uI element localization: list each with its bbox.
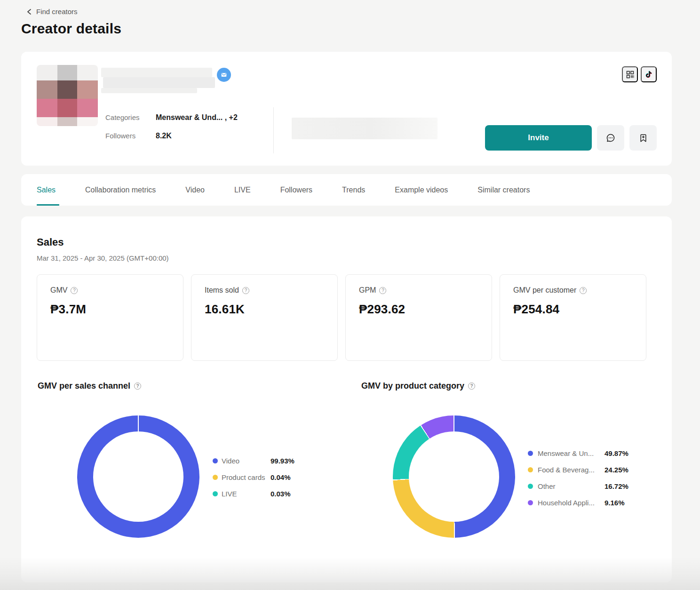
tab-similar-creators[interactable]: Similar creators bbox=[477, 186, 530, 194]
donut-hole bbox=[93, 431, 183, 522]
metric-card-gmv-per-customer: GMV per customer ₱254.84 bbox=[500, 274, 646, 361]
metric-card-items-sold: Items sold 16.61K bbox=[191, 274, 338, 361]
legend-label-product-cards: Product cards bbox=[222, 473, 270, 481]
tab-video[interactable]: Video bbox=[185, 186, 205, 194]
breadcrumb-back-link[interactable]: Find creators bbox=[36, 8, 78, 16]
sales-panel: Sales Mar 31, 2025 - Apr 30, 2025 (GMT+0… bbox=[21, 216, 672, 582]
sales-channel-chart-title: GMV per sales channel bbox=[38, 381, 130, 391]
legend-label-food-beverage: Food & Beverag... bbox=[538, 466, 605, 474]
categories-label: Categories bbox=[105, 113, 156, 122]
legend-label-menswear: Menswear & Un... bbox=[538, 449, 605, 457]
bookmark-plus-icon bbox=[638, 133, 648, 143]
categories-value: Menswear & Und... , +2 bbox=[156, 113, 238, 122]
product-category-help-icon[interactable] bbox=[468, 383, 475, 390]
legend-dot-food-beverage bbox=[528, 467, 533, 472]
save-creator-button[interactable] bbox=[629, 125, 657, 151]
legend-value-food-beverage: 24.25% bbox=[605, 466, 628, 474]
gmv-per-customer-label: GMV per customer bbox=[513, 286, 576, 295]
items-sold-value: 16.61K bbox=[205, 302, 324, 317]
legend-item: Household Appli... 9.16% bbox=[528, 494, 628, 511]
legend-dot-product-cards bbox=[213, 475, 218, 480]
legend-item: Product cards 0.04% bbox=[213, 469, 294, 486]
legend-value-video: 99.93% bbox=[270, 457, 294, 465]
tiktok-profile-button[interactable] bbox=[641, 66, 657, 82]
page-title: Creator details bbox=[21, 21, 121, 37]
avatar bbox=[37, 65, 98, 126]
tab-collaboration-metrics[interactable]: Collaboration metrics bbox=[85, 186, 156, 194]
donut-hole bbox=[409, 431, 499, 522]
email-badge-icon[interactable] bbox=[217, 68, 231, 82]
legend-item: LIVE 0.03% bbox=[213, 486, 294, 502]
items-sold-help-icon[interactable] bbox=[242, 287, 249, 294]
date-range: Mar 31, 2025 - Apr 30, 2025 (GMT+00:00) bbox=[37, 254, 169, 262]
chat-bubble-icon bbox=[605, 133, 616, 143]
legend-label-household-appliances: Household Appli... bbox=[538, 499, 605, 507]
legend-dot-live bbox=[213, 491, 218, 496]
followers-value: 8.2K bbox=[156, 132, 172, 140]
legend-label-other: Other bbox=[538, 482, 605, 490]
tiktok-icon bbox=[644, 70, 653, 79]
legend-item: Other 16.72% bbox=[528, 478, 628, 494]
product-category-donut-chart[interactable] bbox=[393, 415, 515, 538]
metric-cards-row: GMV ₱3.7M Items sold 16.61K GPM ₱293.62 … bbox=[37, 274, 646, 361]
tab-trends[interactable]: Trends bbox=[342, 186, 365, 194]
tab-example-videos[interactable]: Example videos bbox=[395, 186, 448, 194]
gmv-per-customer-help-icon[interactable] bbox=[580, 287, 587, 294]
gpm-value: ₱293.62 bbox=[359, 302, 478, 317]
legend-value-household-appliances: 9.16% bbox=[605, 499, 625, 507]
legend-value-menswear: 49.87% bbox=[605, 449, 628, 457]
tab-live[interactable]: LIVE bbox=[234, 186, 251, 194]
qr-code-button[interactable] bbox=[622, 66, 638, 82]
gmv-per-customer-value: ₱254.84 bbox=[513, 302, 633, 317]
metric-card-gmv: GMV ₱3.7M bbox=[37, 274, 183, 361]
legend-value-other: 16.72% bbox=[605, 482, 628, 490]
legend-value-product-cards: 0.04% bbox=[270, 473, 291, 481]
legend-item: Menswear & Un... 49.87% bbox=[528, 445, 628, 462]
sales-channel-legend: Video 99.93% Product cards 0.04% LIVE 0.… bbox=[213, 453, 294, 502]
legend-dot-household-appliances bbox=[528, 500, 533, 505]
creator-detail-tabs: Sales Collaboration metrics Video LIVE F… bbox=[21, 174, 672, 206]
tab-followers[interactable]: Followers bbox=[280, 186, 312, 194]
legend-value-live: 0.03% bbox=[270, 490, 291, 498]
gmv-label: GMV bbox=[50, 286, 67, 295]
sales-section-title: Sales bbox=[37, 236, 64, 248]
vertical-divider bbox=[273, 107, 274, 153]
legend-item: Food & Beverag... 24.25% bbox=[528, 462, 628, 478]
creator-info-redacted bbox=[292, 118, 438, 139]
items-sold-label: Items sold bbox=[205, 286, 239, 295]
legend-item: Video 99.93% bbox=[213, 453, 294, 469]
invite-button[interactable]: Invite bbox=[485, 125, 592, 151]
legend-label-video: Video bbox=[222, 457, 270, 465]
sales-channel-help-icon[interactable] bbox=[134, 383, 141, 390]
sales-channel-donut-chart[interactable] bbox=[77, 415, 199, 538]
product-category-chart-title: GMV by product category bbox=[361, 381, 464, 391]
message-button[interactable] bbox=[597, 125, 624, 151]
qr-code-icon bbox=[626, 70, 635, 79]
creator-name-redacted bbox=[101, 68, 215, 93]
product-category-legend: Menswear & Un... 49.87% Food & Beverag..… bbox=[528, 445, 628, 511]
tab-sales[interactable]: Sales bbox=[37, 186, 56, 194]
back-chevron-icon bbox=[26, 8, 32, 15]
legend-dot-video bbox=[213, 458, 218, 463]
gmv-value: ₱3.7M bbox=[50, 302, 170, 317]
gmv-help-icon[interactable] bbox=[71, 287, 78, 294]
legend-label-live: LIVE bbox=[222, 490, 270, 498]
gpm-help-icon[interactable] bbox=[379, 287, 386, 294]
gpm-label: GPM bbox=[359, 286, 376, 295]
legend-dot-other bbox=[528, 484, 533, 489]
active-tab-indicator bbox=[37, 204, 59, 206]
breadcrumb[interactable]: Find creators bbox=[26, 8, 78, 16]
followers-label: Followers bbox=[105, 132, 156, 140]
metric-card-gpm: GPM ₱293.62 bbox=[345, 274, 492, 361]
creator-summary-card: Categories Menswear & Und... , +2 Follow… bbox=[21, 52, 672, 166]
legend-dot-menswear bbox=[528, 451, 533, 456]
